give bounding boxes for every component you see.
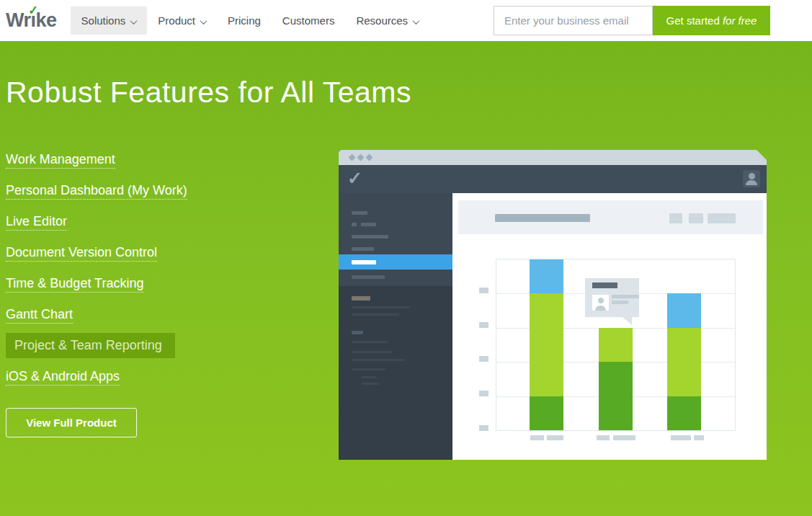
logo-check-icon: ✓ bbox=[27, 3, 38, 19]
main-nav: Solutions Product Pricing Customers Reso… bbox=[71, 6, 430, 35]
logo-text: Wr bbox=[6, 9, 31, 31]
logo-i: ı✓ bbox=[31, 9, 36, 31]
nav-item-customers[interactable]: Customers bbox=[272, 6, 346, 35]
app-illustration: ✓ bbox=[339, 150, 767, 460]
placeholder-bar bbox=[352, 331, 363, 334]
report-title-bar bbox=[495, 214, 590, 222]
x-axis-label-placeholder bbox=[613, 435, 635, 440]
y-axis-tick bbox=[479, 322, 488, 328]
placeholder-bar bbox=[352, 306, 410, 308]
chevron-down-icon bbox=[200, 17, 208, 25]
x-axis-label-placeholder bbox=[671, 435, 691, 440]
bar-segment-darkgreen bbox=[667, 396, 701, 430]
tooltip-title-bar bbox=[592, 283, 617, 288]
placeholder-bar bbox=[352, 341, 388, 343]
placeholder-bar bbox=[352, 368, 385, 370]
toolbar-button-placeholder bbox=[669, 213, 682, 223]
wrike-check-icon: ✓ bbox=[347, 168, 362, 189]
feature-link-ios-android-apps[interactable]: iOS & Android Apps bbox=[6, 368, 187, 385]
chevron-down-icon bbox=[130, 17, 138, 25]
app-top-bar: ✓ bbox=[339, 165, 767, 193]
signup-group: Get started for free bbox=[494, 6, 770, 35]
placeholder-bar bbox=[352, 211, 367, 215]
feature-link-personal-dashboard[interactable]: Personal Dashboard (My Work) bbox=[6, 182, 187, 199]
x-axis-label-placeholder bbox=[694, 435, 704, 440]
bar-segment-lightgreen bbox=[667, 328, 701, 396]
browser-chrome-bar bbox=[339, 150, 767, 165]
app-body bbox=[339, 193, 767, 460]
logo-text-end: ke bbox=[36, 9, 57, 31]
wrike-logo[interactable]: Wrı✓ke bbox=[6, 9, 57, 32]
y-axis-tick bbox=[479, 356, 488, 362]
placeholder-bar bbox=[352, 260, 376, 264]
feature-link-gantt-chart[interactable]: Gantt Chart bbox=[6, 306, 187, 323]
placeholder-bar bbox=[352, 275, 385, 279]
feature-link-document-version-control[interactable]: Document Version Control bbox=[6, 244, 187, 261]
browser-dot-icon bbox=[357, 154, 365, 161]
browser-dot-icon bbox=[366, 154, 373, 161]
nav-item-pricing[interactable]: Pricing bbox=[217, 6, 272, 35]
view-full-product-button[interactable]: View Full Product bbox=[6, 408, 137, 437]
app-sidebar bbox=[339, 193, 452, 460]
x-axis-label-placeholder bbox=[597, 435, 610, 440]
bar-segment-lightgreen bbox=[530, 293, 563, 396]
x-axis-label-placeholder bbox=[530, 435, 544, 440]
nav-item-product[interactable]: Product bbox=[147, 6, 217, 35]
placeholder-bar bbox=[352, 359, 405, 361]
placeholder-bar bbox=[352, 235, 388, 239]
feature-nav-list: Work Management Personal Dashboard (My W… bbox=[6, 151, 187, 399]
email-input[interactable] bbox=[494, 6, 653, 35]
bar-segment-blue bbox=[530, 259, 563, 293]
placeholder-bar bbox=[352, 296, 370, 301]
placeholder-bar bbox=[352, 223, 357, 226]
feature-link-live-editor[interactable]: Live Editor bbox=[6, 213, 187, 230]
y-axis-tick bbox=[479, 391, 488, 396]
chart-bar bbox=[530, 259, 563, 430]
site-header: Wrı✓ke Solutions Product Pricing Custome… bbox=[0, 0, 812, 41]
app-main-panel bbox=[452, 193, 767, 460]
y-axis-tick bbox=[479, 288, 488, 293]
y-axis-tick bbox=[479, 425, 488, 431]
tooltip-avatar-icon bbox=[592, 295, 609, 311]
bar-segment-blue bbox=[667, 293, 701, 327]
tooltip-text-line bbox=[612, 301, 628, 304]
placeholder-bar bbox=[352, 313, 399, 316]
user-avatar-icon bbox=[743, 170, 760, 187]
toolbar-button-placeholder bbox=[689, 213, 703, 223]
toolbar-button-placeholder bbox=[708, 213, 736, 223]
tooltip-text-line bbox=[612, 295, 639, 298]
feature-link-project-team-reporting[interactable]: Project & Team Reporting bbox=[6, 333, 175, 358]
hero-section: Robust Features for All Teams Work Manag… bbox=[0, 41, 812, 516]
placeholder-bar bbox=[362, 376, 376, 378]
x-axis-label-placeholder bbox=[547, 435, 563, 440]
bar-segment-darkgreen bbox=[599, 362, 633, 430]
nav-item-solutions[interactable]: Solutions bbox=[71, 6, 148, 35]
get-started-button[interactable]: Get started for free bbox=[653, 6, 770, 35]
feature-link-time-budget-tracking[interactable]: Time & Budget Tracking bbox=[6, 275, 187, 292]
chevron-down-icon bbox=[413, 17, 420, 25]
bar-segment-darkgreen bbox=[530, 396, 563, 430]
placeholder-bar bbox=[362, 383, 379, 385]
placeholder-bar bbox=[352, 351, 392, 353]
browser-dot-icon bbox=[349, 154, 356, 161]
placeholder-bar bbox=[361, 223, 376, 226]
bar-segment-lightgreen bbox=[599, 328, 633, 362]
task-tooltip-card bbox=[585, 278, 639, 317]
placeholder-bar bbox=[352, 247, 374, 251]
chart-bar bbox=[667, 259, 701, 430]
page-title: Robust Features for All Teams bbox=[6, 76, 411, 110]
nav-item-resources[interactable]: Resources bbox=[345, 6, 429, 35]
feature-link-work-management[interactable]: Work Management bbox=[6, 151, 187, 168]
